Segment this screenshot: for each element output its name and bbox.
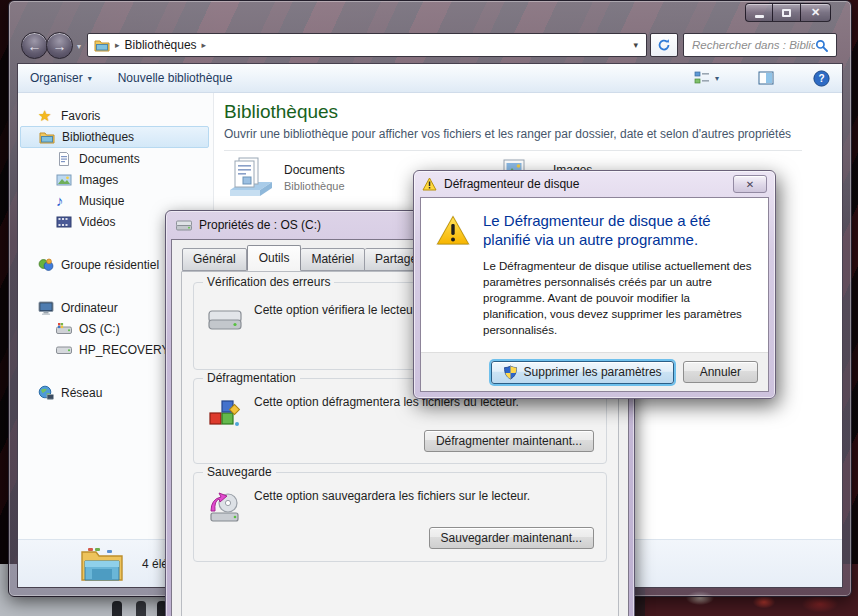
defrag-footer: Supprimer les paramètres Annuler (421, 352, 768, 391)
tab-tools[interactable]: Outils (247, 245, 302, 271)
address-history-caret-icon[interactable]: ▾ (633, 40, 640, 50)
backup-group: Sauvegarde Cette option sauvegardera les… (193, 472, 607, 562)
sidebar-item-images[interactable]: Images (18, 169, 213, 190)
search-placeholder: Rechercher dans : Bibliothèques (692, 39, 815, 51)
sidebar-label: OS (C:) (79, 322, 120, 336)
dialog-close-button[interactable]: ✕ (733, 175, 767, 193)
network-icon (38, 385, 54, 401)
breadcrumb-arrow-icon: ▸ (202, 40, 207, 50)
help-icon: ? (813, 70, 830, 87)
page-title: Bibliothèques (224, 101, 826, 123)
defrag-content: Le Défragmenteur de disque a été planifi… (421, 198, 768, 352)
search-icon[interactable] (815, 39, 828, 52)
cancel-button[interactable]: Annuler (683, 361, 758, 383)
drive-small-icon (176, 217, 192, 233)
breadcrumb-arrow-icon: ▸ (115, 40, 120, 50)
views-icon (694, 71, 710, 85)
minimize-button[interactable] (745, 3, 773, 22)
libraries-folder-icon (39, 129, 55, 145)
maximize-button[interactable] (773, 3, 801, 22)
group-text: Cette option vérifiera le lecteur. (254, 303, 419, 317)
sidebar-label: Réseau (61, 386, 102, 400)
svg-text:?: ? (818, 73, 824, 84)
documents-library-icon (226, 154, 274, 200)
sidebar-label: Favoris (61, 109, 100, 123)
remove-settings-label: Supprimer les paramètres (524, 365, 662, 379)
group-title: Sauvegarde (203, 465, 276, 479)
defrag-instruction: Le Défragmenteur de disque a été planifi… (483, 211, 756, 249)
refresh-button[interactable] (650, 33, 678, 57)
close-icon: ✕ (811, 7, 820, 18)
warning-icon (434, 213, 472, 248)
image-icon (56, 172, 72, 188)
properties-title: Propriétés de : OS (C:) (199, 218, 321, 232)
wallpaper-figure (136, 601, 146, 616)
sidebar-label: Ordinateur (61, 301, 118, 315)
breadcrumb-libraries[interactable]: Bibliothèques (125, 38, 197, 52)
change-view-button[interactable]: ▾ (694, 71, 719, 85)
film-icon (56, 214, 72, 230)
homegroup-icon (38, 257, 54, 273)
sidebar-item-libraries[interactable]: Bibliothèques (20, 126, 209, 148)
sidebar-label: Musique (79, 194, 124, 208)
sidebar-label: Images (79, 173, 118, 187)
library-name: Documents (284, 163, 345, 177)
sidebar-item-documents[interactable]: Documents (18, 148, 213, 169)
forward-arrow-icon: → (53, 38, 67, 54)
backup-icon (207, 491, 243, 525)
library-item-documents[interactable]: Documents Bibliothèque (226, 154, 345, 200)
defrag-texts: Le Défragmenteur de disque a été planifi… (483, 211, 756, 346)
organize-menu-button[interactable]: Organiser ▾ (30, 71, 92, 85)
sidebar-item-music[interactable]: ♪ Musique (18, 190, 213, 211)
warning-small-icon (422, 177, 437, 191)
tab-hardware[interactable]: Matériel (301, 248, 365, 271)
window-controls: ✕ (745, 3, 831, 22)
sidebar-label: Documents (79, 152, 140, 166)
maximize-icon (782, 9, 791, 17)
sidebar-label: Bibliothèques (62, 130, 134, 144)
uac-shield-icon (503, 365, 518, 380)
defrag-titlebar[interactable]: Défragmenteur de disque ✕ (414, 171, 775, 197)
library-kind: Bibliothèque (284, 180, 345, 192)
defrag-body-panel: Le Défragmenteur de disque a été planifi… (420, 197, 769, 392)
new-library-button[interactable]: Nouvelle bibliothèque (118, 71, 233, 85)
computer-icon (38, 300, 54, 316)
backup-now-button[interactable]: Sauvegarder maintenant... (429, 527, 594, 549)
group-title: Défragmentation (203, 371, 300, 385)
sidebar-label: Vidéos (79, 215, 115, 229)
back-arrow-icon: ← (28, 38, 42, 54)
command-bar: Organiser ▾ Nouvelle bibliothèque ▾ (18, 64, 842, 93)
refresh-icon (657, 38, 671, 52)
recent-pages-caret-icon[interactable]: ▾ (77, 42, 81, 51)
minimize-icon (755, 15, 764, 18)
address-bar[interactable]: ▸ Bibliothèques ▸ ▾ (87, 33, 647, 57)
preview-pane-icon (758, 71, 774, 85)
back-button[interactable]: ← (21, 32, 48, 59)
remove-settings-button[interactable]: Supprimer les paramètres (491, 361, 674, 384)
search-box[interactable]: Rechercher dans : Bibliothèques (683, 33, 837, 57)
wallpaper-figure (112, 601, 122, 616)
defragment-now-button[interactable]: Défragmenter maintenant... (424, 430, 594, 452)
close-icon: ✕ (746, 179, 754, 190)
tab-general[interactable]: Général (182, 248, 247, 271)
organize-label: Organiser (30, 71, 83, 85)
os-drive-icon (56, 321, 72, 337)
defrag-message: Le Défragmenteur de disque utilise actue… (483, 259, 756, 338)
defragment-icon (207, 397, 241, 431)
preview-pane-button[interactable] (758, 71, 774, 85)
sidebar-item-favorites[interactable]: ★ Favoris (18, 105, 213, 126)
new-library-label: Nouvelle bibliothèque (118, 71, 233, 85)
close-button[interactable]: ✕ (801, 3, 831, 22)
group-title: Vérification des erreurs (203, 275, 334, 289)
help-button[interactable]: ? (813, 70, 830, 87)
music-note-icon: ♪ (56, 193, 72, 209)
header-separator (224, 150, 802, 151)
view-controls: ▾ ? (694, 70, 830, 87)
page-subtitle: Ouvrir une bibliothèque pour afficher vo… (224, 127, 809, 141)
document-icon (56, 151, 72, 167)
defrag-dialog: Défragmenteur de disque ✕ Le Défragmente… (413, 170, 776, 399)
forward-button[interactable]: → (46, 32, 73, 59)
views-caret-icon: ▾ (715, 74, 719, 83)
defrag-title: Défragmenteur de disque (444, 177, 579, 191)
star-icon: ★ (38, 108, 54, 124)
